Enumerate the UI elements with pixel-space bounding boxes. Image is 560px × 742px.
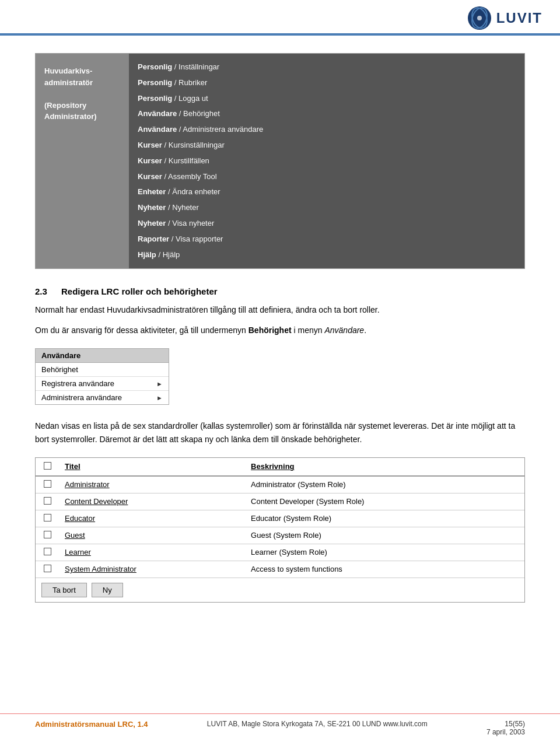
row-checkbox[interactable] <box>44 565 51 572</box>
menu-right-items: Personlig / InställningarPersonlig / Rub… <box>129 54 524 268</box>
row-title-cell: Educator <box>59 510 245 527</box>
footer-page-date: 15(55) 7 april, 2003 <box>487 720 525 736</box>
row-desc-cell: Educator (System Role) <box>245 510 524 527</box>
row-desc-cell: Learner (System Role) <box>245 544 524 561</box>
row-checkbox[interactable] <box>44 497 51 505</box>
menu-left-label: Huvudarkivs-administratör(RepositoryAdmi… <box>36 54 129 268</box>
table-row: Educator Educator (System Role) <box>36 510 524 527</box>
roles-table: Titel Beskrivning Administrator Administ… <box>36 458 524 578</box>
table-header-row: Titel Beskrivning <box>36 458 524 476</box>
paragraph-1: Normalt har endast Huvudarkivsadministra… <box>35 303 525 316</box>
menu-item: Nyheter / Nyheter <box>138 200 516 216</box>
row-desc-cell: Content Developer (System Role) <box>245 493 524 510</box>
footer-doc-title: Administratörsmanual LRC, 1.4 <box>35 720 148 729</box>
new-button[interactable]: Ny <box>92 583 123 597</box>
page-header: LUVIT <box>0 0 560 36</box>
submenu-arrow: ► <box>156 394 163 401</box>
roles-table-container: Titel Beskrivning Administrator Administ… <box>35 457 525 603</box>
col-title-header: Titel <box>59 458 245 476</box>
role-link[interactable]: System Administrator <box>65 565 136 573</box>
row-checkbox-cell <box>36 510 59 527</box>
row-desc-cell: Administrator (System Role) <box>245 476 524 494</box>
page-number: 15(55) <box>487 720 525 728</box>
logo-text: LUVIT <box>496 10 542 26</box>
table-row: Content Developer Content Developer (Sys… <box>36 493 524 510</box>
svg-point-3 <box>477 16 482 20</box>
anvandare-menu-box: Användare BehörighetRegistrera användare… <box>35 348 169 405</box>
row-checkbox[interactable] <box>44 531 51 538</box>
table-row: Learner Learner (System Role) <box>36 544 524 561</box>
row-desc-cell: Guest (System Role) <box>245 527 524 544</box>
anv-menu-item[interactable]: Behörighet <box>36 363 169 377</box>
page-footer: Administratörsmanual LRC, 1.4 LUVIT AB, … <box>0 713 560 742</box>
menu-item: Raporter / Visa rapporter <box>138 232 516 247</box>
row-title-cell: Learner <box>59 544 245 561</box>
table-row: System Administrator Access to system fu… <box>36 561 524 578</box>
menu-item: Hjälp / Hjälp <box>138 247 516 263</box>
footer-company-info: LUVIT AB, Magle Stora Kyrkogata 7A, SE-2… <box>207 720 428 728</box>
footer-date: 7 april, 2003 <box>487 728 525 736</box>
paragraph-2: Om du är ansvarig för dessa aktiviteter,… <box>35 324 525 337</box>
row-title-cell: System Administrator <box>59 561 245 578</box>
menu-screenshot-box: Huvudarkivs-administratör(RepositoryAdmi… <box>35 53 525 269</box>
submenu-arrow: ► <box>156 380 163 387</box>
row-checkbox[interactable] <box>44 514 51 522</box>
anv-menu-item[interactable]: Administrera användare► <box>36 391 169 404</box>
table-row: Guest Guest (System Role) <box>36 527 524 544</box>
row-checkbox[interactable] <box>44 548 51 555</box>
table-buttons: Ta bort Ny <box>36 578 524 602</box>
row-title-cell: Content Developer <box>59 493 245 510</box>
role-link[interactable]: Learner <box>65 548 91 556</box>
anv-menu-item[interactable]: Registrera användare► <box>36 377 169 391</box>
delete-button[interactable]: Ta bort <box>41 583 87 597</box>
col-checkbox-header <box>36 458 59 476</box>
table-header: Titel Beskrivning <box>36 458 524 476</box>
role-link[interactable]: Educator <box>65 514 95 523</box>
menu-item: Kurser / Kursinställningar <box>138 138 516 153</box>
menu-item: Personlig / Inställningar <box>138 60 516 75</box>
row-title-cell: Guest <box>59 527 245 544</box>
table-body: Administrator Administrator (System Role… <box>36 476 524 578</box>
row-checkbox-cell <box>36 561 59 578</box>
menu-item: Kurser / Kurstillfällen <box>138 153 516 169</box>
row-checkbox-cell <box>36 476 59 494</box>
menu-item: Kurser / Assembly Tool <box>138 169 516 185</box>
row-checkbox-cell <box>36 527 59 544</box>
menu-item: Användare / Administrera användare <box>138 122 516 138</box>
menu-item: Personlig / Rubriker <box>138 75 516 91</box>
row-title-cell: Administrator <box>59 476 245 494</box>
role-link[interactable]: Content Developer <box>65 497 128 506</box>
row-checkbox-cell <box>36 493 59 510</box>
anvandare-menu-title: Användare <box>36 349 169 363</box>
logo-area: LUVIT <box>467 6 542 30</box>
row-desc-cell: Access to system functions <box>245 561 524 578</box>
menu-item: Enheter / Ändra enheter <box>138 184 516 200</box>
anvandare-menu-items: BehörighetRegistrera användare►Administr… <box>36 363 169 404</box>
menu-item: Användare / Behörighet <box>138 106 516 122</box>
section-heading: 2.3 Redigera LRC roller och behörigheter <box>35 286 525 296</box>
luvit-logo-icon <box>467 6 492 30</box>
menu-item: Nyheter / Visa nyheter <box>138 216 516 232</box>
row-checkbox-cell <box>36 544 59 561</box>
menu-item: Personlig / Logga ut <box>138 91 516 107</box>
paragraph-3: Nedan visas en lista på de sex standardr… <box>35 419 525 446</box>
header-checkbox[interactable] <box>44 462 51 470</box>
role-link[interactable]: Guest <box>65 531 85 540</box>
table-row: Administrator Administrator (System Role… <box>36 476 524 494</box>
col-desc-header: Beskrivning <box>245 458 524 476</box>
main-content: Huvudarkivs-administratör(RepositoryAdmi… <box>0 36 560 614</box>
row-checkbox[interactable] <box>44 480 51 488</box>
role-link[interactable]: Administrator <box>65 480 110 489</box>
